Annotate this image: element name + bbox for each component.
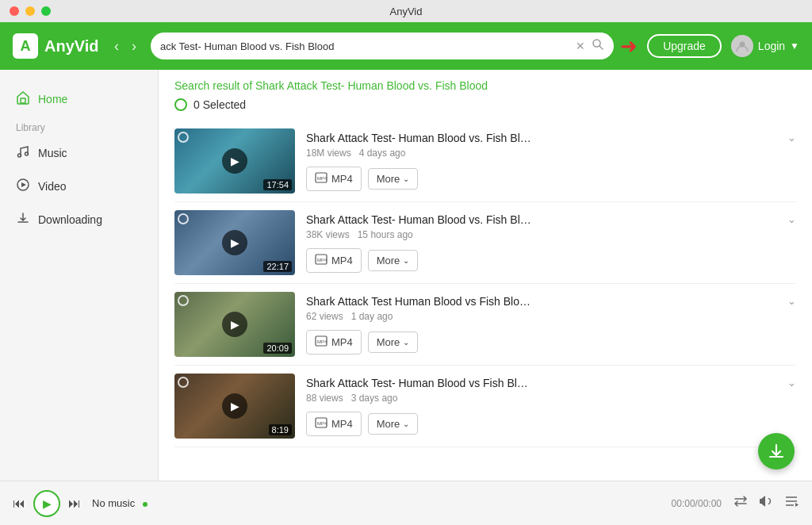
video-title-row-0: Shark Attack Test- Human Blood vs. Fish …: [306, 132, 796, 144]
sidebar-item-video[interactable]: Video: [0, 170, 158, 203]
queue-button[interactable]: [783, 493, 799, 513]
play-overlay-2[interactable]: ▶: [222, 312, 247, 337]
music-icon: [16, 144, 30, 162]
thumbnail-0: ▶ 17:54: [174, 128, 295, 194]
duration-badge-1: 22:17: [263, 261, 292, 272]
more-chevron-icon: ⌄: [403, 420, 409, 428]
download-icon: [16, 211, 30, 228]
minimize-button[interactable]: [25, 6, 35, 16]
mp4-button-1[interactable]: MP4 MP4: [306, 248, 362, 273]
search-icon-button[interactable]: [592, 38, 604, 54]
expand-title-icon-0[interactable]: ⌄: [787, 132, 796, 144]
more-chevron-icon: ⌄: [403, 338, 409, 347]
video-info-1: Shark Attack Test- Human Blood vs. Fish …: [306, 213, 796, 273]
content-area: Search result of Shark Attack Test- Huma…: [159, 70, 812, 481]
more-chevron-icon: ⌄: [403, 174, 409, 183]
library-section-label: Library: [0, 116, 158, 136]
svg-text:MP4: MP4: [317, 421, 327, 426]
select-circle-2[interactable]: [178, 295, 189, 306]
player-controls: ⏮ ▶ ⏭: [13, 490, 81, 517]
search-query-highlight: Shark Attack Test- Human Blood vs. Fish …: [255, 79, 488, 92]
video-title-3: Shark Attack Test- Human Blood vs Fish B…: [306, 377, 781, 389]
mp4-button-0[interactable]: MP4 MP4: [306, 167, 362, 191]
select-circle-3[interactable]: [178, 377, 189, 388]
video-meta-2: 62 views 1 day ago: [306, 311, 796, 322]
repeat-button[interactable]: [733, 493, 749, 513]
svg-point-5: [25, 152, 29, 155]
music-label: Music: [38, 147, 67, 159]
video-card: ▶ 8:19 Shark Attack Test- Human Blood vs…: [174, 366, 796, 447]
search-result-header: Search result of Shark Attack Test- Huma…: [174, 79, 796, 92]
sidebar-item-home[interactable]: Home: [0, 82, 158, 116]
svg-line-1: [599, 46, 603, 49]
home-icon: [16, 90, 30, 108]
mp4-button-2[interactable]: MP4 MP4: [306, 330, 362, 354]
video-title-2: Shark Attack Test Human Blood vs Fish Bl…: [306, 295, 781, 308]
play-overlay-3[interactable]: ▶: [222, 393, 247, 419]
player-bar: ⏮ ▶ ⏭ No music 00:00/00:00: [0, 481, 812, 525]
more-button-3[interactable]: More ⌄: [368, 413, 419, 435]
svg-text:MP4: MP4: [317, 258, 327, 262]
video-info-0: Shark Attack Test- Human Blood vs. Fish …: [306, 132, 796, 191]
close-button[interactable]: [10, 6, 19, 16]
video-title-row-2: Shark Attack Test Human Blood vs Fish Bl…: [306, 295, 796, 308]
video-card: ▶ 22:17 Shark Attack Test- Human Blood v…: [174, 202, 796, 284]
video-meta-3: 88 views 3 days ago: [306, 393, 796, 404]
video-info-3: Shark Attack Test- Human Blood vs Fish B…: [306, 377, 796, 436]
video-title-row-1: Shark Attack Test- Human Blood vs. Fish …: [306, 213, 796, 226]
video-card: ▶ 17:54 Shark Attack Test- Human Blood v…: [174, 121, 796, 202]
next-button[interactable]: ⏭: [68, 496, 81, 511]
video-title-row-3: Shark Attack Test- Human Blood vs Fish B…: [306, 377, 796, 389]
sidebar-item-downloading[interactable]: Downloading: [0, 203, 158, 236]
progress-dot: [143, 502, 147, 507]
expand-title-icon-2[interactable]: ⌄: [787, 295, 796, 307]
fab-download-button[interactable]: [758, 433, 795, 469]
time-label: 00:00/00:00: [672, 498, 722, 509]
forward-button[interactable]: ›: [127, 36, 141, 56]
login-area[interactable]: Login ▼: [731, 35, 799, 57]
video-actions-0: MP4 MP4 More ⌄: [306, 167, 796, 191]
select-circle-1[interactable]: [178, 213, 189, 224]
home-label: Home: [38, 93, 67, 105]
login-label: Login: [758, 40, 785, 52]
select-all-circle[interactable]: [174, 98, 187, 111]
sidebar: Home Library Music Video: [0, 70, 159, 481]
downloading-label: Downloading: [38, 213, 102, 226]
expand-title-icon-1[interactable]: ⌄: [787, 213, 796, 225]
mp4-icon: MP4: [315, 171, 327, 186]
volume-button[interactable]: [758, 493, 774, 513]
thumbnail-1: ▶ 22:17: [174, 210, 295, 275]
avatar: [731, 35, 753, 57]
maximize-button[interactable]: [41, 6, 51, 16]
upgrade-button[interactable]: Upgrade: [647, 34, 722, 58]
sidebar-item-music[interactable]: Music: [0, 136, 158, 170]
select-circle-0[interactable]: [178, 132, 189, 143]
prev-button[interactable]: ⏮: [13, 496, 25, 511]
video-meta-1: 38K views 15 hours ago: [306, 229, 796, 240]
thumbnail-3: ▶ 8:19: [174, 374, 295, 439]
search-clear-button[interactable]: ✕: [576, 40, 585, 52]
selected-count: 0 Selected: [193, 98, 246, 111]
window-controls: [10, 6, 51, 16]
search-input[interactable]: [160, 40, 569, 52]
title-bar: AnyVid: [0, 0, 812, 22]
more-button-2[interactable]: More ⌄: [368, 331, 419, 353]
more-button-0[interactable]: More ⌄: [368, 168, 419, 190]
mp4-icon: MP4: [315, 416, 327, 431]
video-title-1: Shark Attack Test- Human Blood vs. Fish …: [306, 213, 781, 226]
back-button[interactable]: ‹: [109, 36, 124, 56]
video-list: ▶ 17:54 Shark Attack Test- Human Blood v…: [174, 121, 796, 447]
play-overlay-0[interactable]: ▶: [222, 148, 247, 174]
no-music-label: No music: [92, 497, 135, 509]
play-overlay-1[interactable]: ▶: [222, 230, 247, 255]
mp4-button-3[interactable]: MP4 MP4: [306, 412, 362, 436]
more-button-1[interactable]: More ⌄: [368, 250, 419, 271]
expand-title-icon-3[interactable]: ⌄: [787, 377, 796, 389]
window-title: AnyVid: [390, 6, 423, 17]
thumbnail-2: ▶ 20:09: [174, 292, 295, 357]
mp4-icon: MP4: [315, 335, 327, 350]
duration-badge-0: 17:54: [263, 179, 292, 190]
play-pause-button[interactable]: ▶: [33, 490, 60, 517]
search-bar: ✕: [151, 33, 614, 59]
more-chevron-icon: ⌄: [403, 256, 409, 265]
